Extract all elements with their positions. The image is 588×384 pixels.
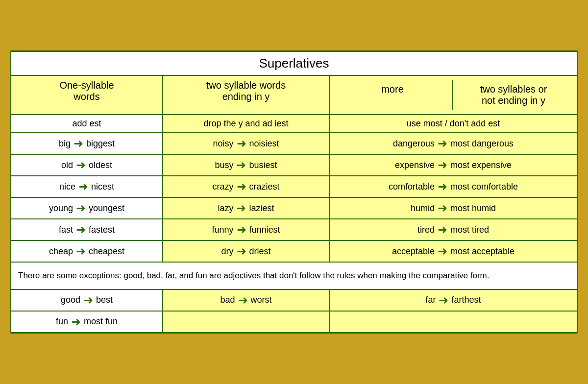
cell-bad: bad ➜ worst xyxy=(163,290,330,311)
arrow-icon: ➜ xyxy=(76,158,86,172)
cell-far: far ➜ farthest xyxy=(330,290,577,311)
cell-good: good ➜ best xyxy=(11,290,163,311)
exception-row-2: fun ➜ most fun xyxy=(11,312,577,332)
cell-fun: fun ➜ most fun xyxy=(11,312,163,332)
rule-col3: use most / don't add est xyxy=(330,115,577,132)
arrow-icon: ➜ xyxy=(74,137,83,150)
rule-row: add est drop the y and ad iest use most … xyxy=(11,115,577,133)
header-col1: One-syllable words xyxy=(11,76,163,114)
cell-noisy: noisy ➜ noisiest xyxy=(163,133,330,154)
cell-cheap: cheap ➜ cheapest xyxy=(11,241,163,262)
cell-empty-1 xyxy=(163,312,330,332)
arrow-icon: ➜ xyxy=(237,244,246,258)
exceptions-text: There are some exceptions: good, bad, fa… xyxy=(11,263,577,289)
header-col3a: more xyxy=(333,80,453,110)
arrow-icon: ➜ xyxy=(438,201,447,215)
arrow-icon: ➜ xyxy=(438,137,447,150)
exception-row-1: good ➜ best bad ➜ worst far ➜ farthest xyxy=(11,290,577,312)
header-col2: two syllable words ending in y xyxy=(163,76,330,114)
cell-dry: dry ➜ driest xyxy=(163,241,330,262)
data-row-3: nice ➜ nicest crazy ➜ craziest comfortab… xyxy=(11,176,577,198)
arrow-icon: ➜ xyxy=(76,201,86,215)
data-row-4: young ➜ youngest lazy ➜ laziest humid ➜ … xyxy=(11,198,577,219)
cell-lazy: lazy ➜ laziest xyxy=(163,198,330,218)
cell-dangerous: dangerous ➜ most dangerous xyxy=(330,133,577,154)
arrow-icon: ➜ xyxy=(238,293,248,307)
cell-big: big ➜ biggest xyxy=(11,133,163,154)
cell-busy: busy ➜ busiest xyxy=(163,155,330,175)
arrow-icon: ➜ xyxy=(237,180,246,193)
cell-old: old ➜ oldest xyxy=(11,155,163,175)
cell-empty-2 xyxy=(330,312,577,332)
arrow-icon: ➜ xyxy=(71,315,81,329)
arrow-icon: ➜ xyxy=(78,180,88,193)
arrow-icon: ➜ xyxy=(76,223,86,237)
data-row-1: big ➜ biggest noisy ➜ noisiest dangerous… xyxy=(11,133,577,155)
rule-col1: add est xyxy=(11,115,163,132)
arrow-icon: ➜ xyxy=(438,158,447,172)
arrow-icon: ➜ xyxy=(76,244,86,258)
cell-tired: tired ➜ most tired xyxy=(330,219,577,240)
cell-expensive: expensive ➜ most expensive xyxy=(330,155,577,175)
cell-humid: humid ➜ most humid xyxy=(330,198,577,218)
arrow-icon: ➜ xyxy=(438,180,447,193)
cell-nice: nice ➜ nicest xyxy=(11,176,163,197)
arrow-icon: ➜ xyxy=(237,137,246,150)
arrow-icon: ➜ xyxy=(83,293,93,307)
header-col3: more two syllables or not ending in y xyxy=(330,76,577,114)
data-row-2: old ➜ oldest busy ➜ busiest expensive ➜ … xyxy=(11,155,577,176)
arrow-icon: ➜ xyxy=(438,223,447,237)
cell-young: young ➜ youngest xyxy=(11,198,163,218)
arrow-icon: ➜ xyxy=(236,158,246,172)
cell-funny: funny ➜ funniest xyxy=(163,219,330,240)
cell-acceptable: acceptable ➜ most acceptable xyxy=(330,241,577,262)
data-row-6: cheap ➜ cheapest dry ➜ driest acceptable… xyxy=(11,241,577,263)
exceptions-row: There are some exceptions: good, bad, fa… xyxy=(11,263,577,290)
superlatives-table: Superlatives One-syllable words two syll… xyxy=(10,50,578,334)
cell-crazy: crazy ➜ craziest xyxy=(163,176,330,197)
arrow-icon: ➜ xyxy=(236,201,246,215)
header-col3b: two syllables or not ending in y xyxy=(453,80,574,110)
data-row-5: fast ➜ fastest funny ➜ funniest tired ➜ … xyxy=(11,219,577,241)
rule-col2: drop the y and ad iest xyxy=(163,115,330,132)
arrow-icon: ➜ xyxy=(438,244,447,258)
header-row: One-syllable words two syllable words en… xyxy=(11,76,577,115)
arrow-icon: ➜ xyxy=(237,223,246,237)
table-title: Superlatives xyxy=(11,52,577,76)
cell-comfortable: comfortable ➜ most comfortable xyxy=(330,176,577,197)
arrow-icon: ➜ xyxy=(439,293,448,307)
cell-fast: fast ➜ fastest xyxy=(11,219,163,240)
